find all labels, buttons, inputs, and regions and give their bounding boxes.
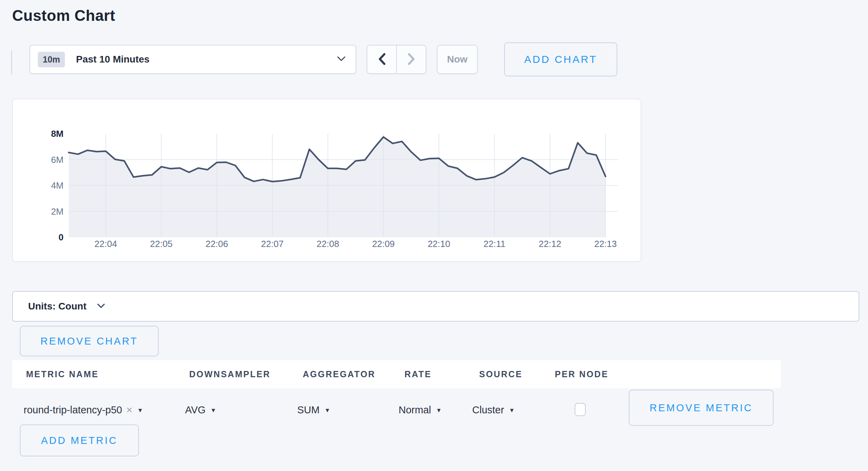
caret-down-icon: ▼ — [324, 407, 330, 414]
svg-text:22:13: 22:13 — [594, 239, 617, 249]
svg-text:6M: 6M — [51, 155, 64, 165]
add-metric-button[interactable]: ADD METRIC — [20, 424, 139, 456]
rate-value: Normal — [399, 404, 431, 416]
caret-down-icon: ▼ — [436, 407, 442, 414]
column-header-downsampler: DOWNSAMPLER — [189, 360, 270, 388]
downsampler-value: AVG — [185, 404, 206, 416]
remove-chart-button[interactable]: REMOVE CHART — [20, 326, 159, 356]
now-button[interactable]: Now — [437, 45, 478, 74]
metrics-table-header: METRIC NAME DOWNSAMPLER AGGREGATOR RATE … — [12, 360, 781, 388]
source-value: Cluster — [472, 404, 504, 416]
downsampler-dropdown[interactable]: AVG ▼ — [185, 398, 216, 422]
chevron-left-icon — [377, 53, 387, 66]
add-chart-button[interactable]: ADD CHART — [504, 42, 617, 76]
metric-name-dropdown[interactable]: round-trip-latency-p50 × ▼ — [24, 398, 143, 422]
svg-text:2M: 2M — [51, 206, 64, 217]
chart-card: 8M6M4M2M022:0422:0522:0622:0722:0822:092… — [12, 99, 641, 262]
svg-text:22:04: 22:04 — [94, 239, 117, 249]
time-forward-button[interactable] — [396, 46, 426, 73]
caret-down-icon: ▼ — [509, 407, 515, 414]
caret-down-icon: ▼ — [137, 407, 143, 414]
aggregator-value: SUM — [297, 404, 319, 416]
remove-metric-button[interactable]: REMOVE METRIC — [629, 390, 774, 426]
per-node-checkbox[interactable] — [575, 403, 586, 416]
rate-dropdown[interactable]: Normal ▼ — [399, 398, 442, 422]
svg-text:8M: 8M — [51, 129, 64, 139]
chevron-down-icon — [97, 303, 105, 310]
time-nav-group — [367, 45, 426, 74]
source-dropdown[interactable]: Cluster ▼ — [472, 398, 515, 422]
toolbar-left-divider — [11, 51, 12, 74]
column-header-source: SOURCE — [479, 360, 523, 388]
column-header-aggregator: AGGREGATOR — [303, 360, 376, 388]
metric-area-chart[interactable]: 8M6M4M2M022:0422:0522:0622:0722:0822:092… — [13, 99, 641, 261]
svg-text:22:09: 22:09 — [372, 239, 395, 249]
time-window-dropdown[interactable]: 10m Past 10 Minutes — [30, 45, 356, 74]
units-dropdown[interactable]: Units: Count — [12, 291, 859, 322]
svg-text:22:10: 22:10 — [428, 239, 450, 249]
units-label: Units: Count — [28, 301, 86, 312]
svg-text:0: 0 — [59, 232, 64, 242]
time-window-badge: 10m — [38, 52, 65, 67]
svg-text:22:05: 22:05 — [150, 239, 173, 249]
aggregator-dropdown[interactable]: SUM ▼ — [297, 398, 330, 422]
time-back-button[interactable] — [367, 46, 396, 73]
column-header-metric-name: METRIC NAME — [26, 360, 99, 388]
svg-text:22:11: 22:11 — [484, 239, 506, 249]
svg-text:22:08: 22:08 — [317, 239, 339, 249]
clear-metric-icon[interactable]: × — [126, 404, 133, 416]
column-header-per-node: PER NODE — [555, 360, 609, 388]
metric-name-value: round-trip-latency-p50 — [24, 404, 122, 416]
time-window-label: Past 10 Minutes — [76, 54, 150, 65]
svg-text:4M: 4M — [51, 180, 64, 191]
caret-down-icon: ▼ — [210, 407, 216, 414]
svg-text:22:06: 22:06 — [206, 239, 228, 249]
column-header-rate: RATE — [404, 360, 432, 388]
chevron-down-icon — [337, 56, 346, 63]
chevron-right-icon — [407, 53, 416, 66]
svg-text:22:12: 22:12 — [539, 239, 561, 249]
page-title: Custom Chart — [12, 7, 115, 24]
svg-text:22:07: 22:07 — [261, 239, 284, 249]
